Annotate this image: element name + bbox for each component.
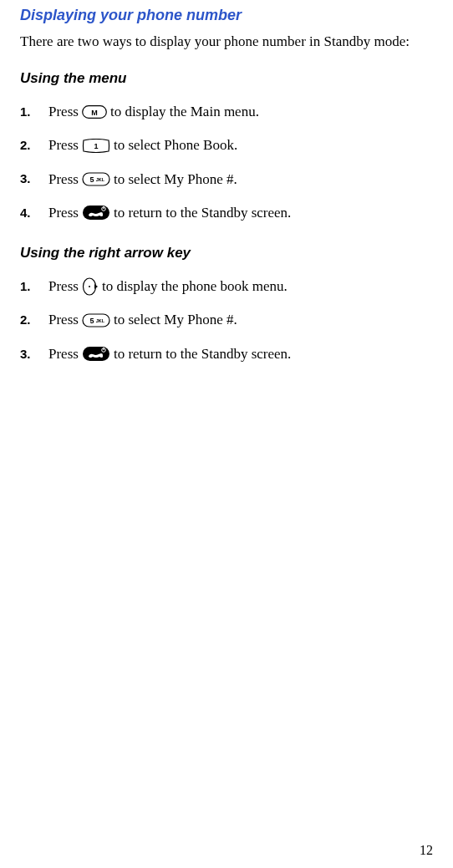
arrow-method-steps: 1. Press to display the phone book menu.…	[20, 273, 433, 368]
end-key-icon	[82, 205, 110, 221]
svg-text:M: M	[91, 109, 98, 117]
svg-text:5: 5	[89, 317, 94, 325]
menu-method-heading: Using the menu	[20, 70, 433, 87]
section-intro: There are two ways to display your phone…	[20, 33, 433, 52]
menu-method-steps: 1. Press M to display the Main menu. 2. …	[20, 99, 433, 226]
step-pre: Press	[48, 307, 79, 333]
step-number: 3.	[20, 167, 48, 191]
step-number: 2.	[20, 308, 48, 332]
step-post: to select My Phone #.	[114, 307, 237, 333]
step-pre: Press	[48, 99, 79, 125]
svg-text:JKL: JKL	[96, 177, 105, 182]
step-pre: Press	[48, 166, 79, 193]
step-post: to select My Phone #.	[114, 166, 237, 193]
key-5jkl-icon: 5 JKL	[82, 313, 110, 327]
step-pre: Press	[48, 200, 79, 226]
key-1-icon: 1	[82, 139, 110, 153]
step-pre: Press	[48, 273, 79, 300]
svg-text:1: 1	[94, 142, 98, 150]
step-text: Press 5 JKL to select My Phone #.	[48, 307, 237, 333]
step-text: Press 5 JKL to select My Phone #.	[48, 166, 237, 193]
step-number: 1.	[20, 275, 48, 299]
svg-point-10	[89, 286, 90, 287]
step-number: 4.	[20, 201, 48, 226]
svg-text:5: 5	[89, 175, 94, 184]
step-pre: Press	[48, 341, 79, 368]
step-post: to display the Main menu.	[110, 99, 259, 125]
step-text: Press to return to the Standby screen.	[48, 200, 291, 226]
end-key-icon	[82, 346, 110, 362]
step-number: 3.	[20, 343, 48, 367]
step-text: Press M to display the Main menu.	[48, 99, 259, 125]
list-item: 3. Press 5 JKL to select My Phone #.	[20, 166, 433, 193]
step-post: to display the phone book menu.	[102, 273, 288, 300]
step-post: to return to the Standby screen.	[114, 341, 291, 368]
list-item: 3. Press to return to the Standby screen…	[20, 341, 433, 368]
list-item: 2. Press 1 to select Phone Book.	[20, 132, 433, 159]
key-5jkl-icon: 5 JKL	[82, 172, 110, 186]
list-item: 1. Press M to display the Main menu.	[20, 99, 433, 125]
section-title: Displaying your phone number	[20, 7, 433, 24]
step-post: to select Phone Book.	[114, 132, 237, 159]
step-post: to return to the Standby screen.	[114, 200, 291, 226]
list-item: 1. Press to display the phone book menu.	[20, 273, 433, 300]
list-item: 2. Press 5 JKL to select My Phone #.	[20, 307, 433, 333]
step-number: 2.	[20, 134, 48, 158]
list-item: 4. Press to return to the Standby screen…	[20, 200, 433, 226]
svg-text:JKL: JKL	[96, 318, 105, 323]
step-text: Press to display the phone book menu.	[48, 273, 288, 300]
step-text: Press 1 to select Phone Book.	[48, 132, 237, 159]
right-arrow-key-icon	[82, 277, 99, 296]
arrow-method-heading: Using the right arrow key	[20, 245, 433, 261]
m-key-icon: M	[82, 105, 107, 119]
step-text: Press to return to the Standby screen.	[48, 341, 291, 368]
page-number: 12	[420, 843, 433, 858]
step-pre: Press	[48, 132, 79, 159]
step-number: 1.	[20, 100, 48, 124]
